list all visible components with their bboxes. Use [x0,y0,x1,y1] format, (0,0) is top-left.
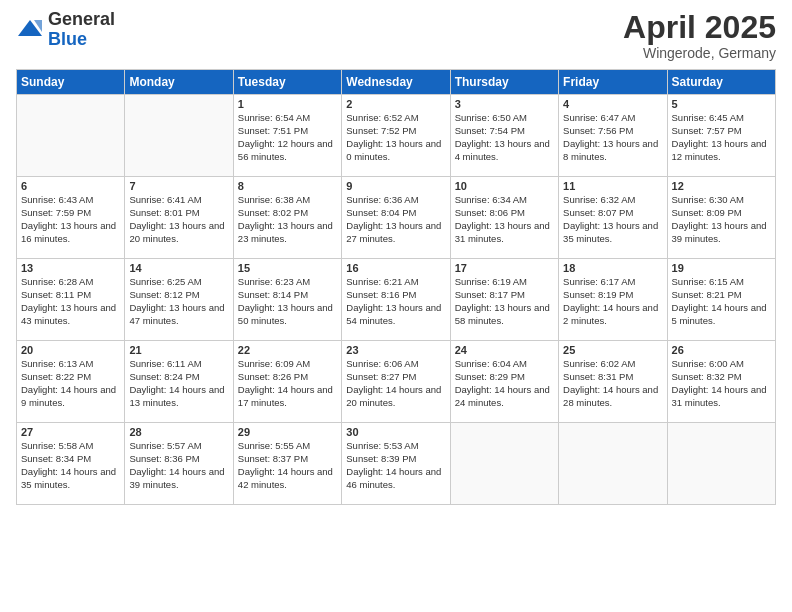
day-number: 17 [455,262,554,274]
day-number: 3 [455,98,554,110]
month-title: April 2025 [623,10,776,45]
week-row-4: 27Sunrise: 5:58 AM Sunset: 8:34 PM Dayli… [17,423,776,505]
day-number: 15 [238,262,337,274]
day-detail: Sunrise: 6:38 AM Sunset: 8:02 PM Dayligh… [238,194,337,245]
logo-general-text: General [48,10,115,30]
header: General Blue April 2025 Wingerode, Germa… [16,10,776,61]
logo-icon [16,16,44,44]
logo-blue-text: Blue [48,30,115,50]
day-number: 22 [238,344,337,356]
calendar-table: SundayMondayTuesdayWednesdayThursdayFrid… [16,69,776,505]
day-detail: Sunrise: 5:58 AM Sunset: 8:34 PM Dayligh… [21,440,120,491]
calendar-header: SundayMondayTuesdayWednesdayThursdayFrid… [17,70,776,95]
day-detail: Sunrise: 6:25 AM Sunset: 8:12 PM Dayligh… [129,276,228,327]
day-number: 25 [563,344,662,356]
day-detail: Sunrise: 6:02 AM Sunset: 8:31 PM Dayligh… [563,358,662,409]
day-cell: 30Sunrise: 5:53 AM Sunset: 8:39 PM Dayli… [342,423,450,505]
day-number: 18 [563,262,662,274]
day-number: 29 [238,426,337,438]
day-number: 12 [672,180,771,192]
day-cell: 2Sunrise: 6:52 AM Sunset: 7:52 PM Daylig… [342,95,450,177]
day-cell: 10Sunrise: 6:34 AM Sunset: 8:06 PM Dayli… [450,177,558,259]
calendar-body: 1Sunrise: 6:54 AM Sunset: 7:51 PM Daylig… [17,95,776,505]
header-cell-wednesday: Wednesday [342,70,450,95]
day-cell: 3Sunrise: 6:50 AM Sunset: 7:54 PM Daylig… [450,95,558,177]
day-cell: 22Sunrise: 6:09 AM Sunset: 8:26 PM Dayli… [233,341,341,423]
day-number: 6 [21,180,120,192]
day-cell: 28Sunrise: 5:57 AM Sunset: 8:36 PM Dayli… [125,423,233,505]
day-cell: 23Sunrise: 6:06 AM Sunset: 8:27 PM Dayli… [342,341,450,423]
day-detail: Sunrise: 6:15 AM Sunset: 8:21 PM Dayligh… [672,276,771,327]
day-cell: 20Sunrise: 6:13 AM Sunset: 8:22 PM Dayli… [17,341,125,423]
day-cell: 6Sunrise: 6:43 AM Sunset: 7:59 PM Daylig… [17,177,125,259]
day-cell: 1Sunrise: 6:54 AM Sunset: 7:51 PM Daylig… [233,95,341,177]
day-detail: Sunrise: 6:52 AM Sunset: 7:52 PM Dayligh… [346,112,445,163]
day-detail: Sunrise: 6:06 AM Sunset: 8:27 PM Dayligh… [346,358,445,409]
day-number: 24 [455,344,554,356]
day-cell: 14Sunrise: 6:25 AM Sunset: 8:12 PM Dayli… [125,259,233,341]
day-cell [559,423,667,505]
header-cell-monday: Monday [125,70,233,95]
day-number: 21 [129,344,228,356]
day-number: 7 [129,180,228,192]
day-cell: 7Sunrise: 6:41 AM Sunset: 8:01 PM Daylig… [125,177,233,259]
day-cell: 29Sunrise: 5:55 AM Sunset: 8:37 PM Dayli… [233,423,341,505]
week-row-3: 20Sunrise: 6:13 AM Sunset: 8:22 PM Dayli… [17,341,776,423]
header-cell-tuesday: Tuesday [233,70,341,95]
day-detail: Sunrise: 6:45 AM Sunset: 7:57 PM Dayligh… [672,112,771,163]
day-number: 10 [455,180,554,192]
day-number: 4 [563,98,662,110]
day-detail: Sunrise: 6:41 AM Sunset: 8:01 PM Dayligh… [129,194,228,245]
day-cell: 13Sunrise: 6:28 AM Sunset: 8:11 PM Dayli… [17,259,125,341]
day-detail: Sunrise: 6:47 AM Sunset: 7:56 PM Dayligh… [563,112,662,163]
logo-text: General Blue [48,10,115,50]
week-row-0: 1Sunrise: 6:54 AM Sunset: 7:51 PM Daylig… [17,95,776,177]
day-cell: 18Sunrise: 6:17 AM Sunset: 8:19 PM Dayli… [559,259,667,341]
day-cell: 25Sunrise: 6:02 AM Sunset: 8:31 PM Dayli… [559,341,667,423]
day-detail: Sunrise: 6:23 AM Sunset: 8:14 PM Dayligh… [238,276,337,327]
day-cell: 8Sunrise: 6:38 AM Sunset: 8:02 PM Daylig… [233,177,341,259]
day-detail: Sunrise: 6:28 AM Sunset: 8:11 PM Dayligh… [21,276,120,327]
week-row-1: 6Sunrise: 6:43 AM Sunset: 7:59 PM Daylig… [17,177,776,259]
day-detail: Sunrise: 6:34 AM Sunset: 8:06 PM Dayligh… [455,194,554,245]
day-number: 8 [238,180,337,192]
day-detail: Sunrise: 5:55 AM Sunset: 8:37 PM Dayligh… [238,440,337,491]
day-number: 1 [238,98,337,110]
day-detail: Sunrise: 6:19 AM Sunset: 8:17 PM Dayligh… [455,276,554,327]
day-cell [450,423,558,505]
header-cell-thursday: Thursday [450,70,558,95]
day-detail: Sunrise: 6:00 AM Sunset: 8:32 PM Dayligh… [672,358,771,409]
day-number: 28 [129,426,228,438]
header-row: SundayMondayTuesdayWednesdayThursdayFrid… [17,70,776,95]
calendar-page: General Blue April 2025 Wingerode, Germa… [0,0,792,612]
day-number: 11 [563,180,662,192]
day-cell: 19Sunrise: 6:15 AM Sunset: 8:21 PM Dayli… [667,259,775,341]
title-area: April 2025 Wingerode, Germany [623,10,776,61]
day-cell: 16Sunrise: 6:21 AM Sunset: 8:16 PM Dayli… [342,259,450,341]
day-number: 19 [672,262,771,274]
day-cell: 5Sunrise: 6:45 AM Sunset: 7:57 PM Daylig… [667,95,775,177]
day-detail: Sunrise: 6:21 AM Sunset: 8:16 PM Dayligh… [346,276,445,327]
day-cell [17,95,125,177]
location: Wingerode, Germany [623,45,776,61]
day-detail: Sunrise: 6:13 AM Sunset: 8:22 PM Dayligh… [21,358,120,409]
day-detail: Sunrise: 5:53 AM Sunset: 8:39 PM Dayligh… [346,440,445,491]
header-cell-sunday: Sunday [17,70,125,95]
day-detail: Sunrise: 6:32 AM Sunset: 8:07 PM Dayligh… [563,194,662,245]
day-number: 30 [346,426,445,438]
day-detail: Sunrise: 5:57 AM Sunset: 8:36 PM Dayligh… [129,440,228,491]
day-detail: Sunrise: 6:43 AM Sunset: 7:59 PM Dayligh… [21,194,120,245]
day-detail: Sunrise: 6:50 AM Sunset: 7:54 PM Dayligh… [455,112,554,163]
logo: General Blue [16,10,115,50]
day-detail: Sunrise: 6:17 AM Sunset: 8:19 PM Dayligh… [563,276,662,327]
day-cell: 17Sunrise: 6:19 AM Sunset: 8:17 PM Dayli… [450,259,558,341]
day-cell: 4Sunrise: 6:47 AM Sunset: 7:56 PM Daylig… [559,95,667,177]
day-cell: 27Sunrise: 5:58 AM Sunset: 8:34 PM Dayli… [17,423,125,505]
day-number: 5 [672,98,771,110]
day-cell: 12Sunrise: 6:30 AM Sunset: 8:09 PM Dayli… [667,177,775,259]
day-detail: Sunrise: 6:36 AM Sunset: 8:04 PM Dayligh… [346,194,445,245]
day-cell: 11Sunrise: 6:32 AM Sunset: 8:07 PM Dayli… [559,177,667,259]
day-cell [667,423,775,505]
day-detail: Sunrise: 6:30 AM Sunset: 8:09 PM Dayligh… [672,194,771,245]
day-number: 26 [672,344,771,356]
